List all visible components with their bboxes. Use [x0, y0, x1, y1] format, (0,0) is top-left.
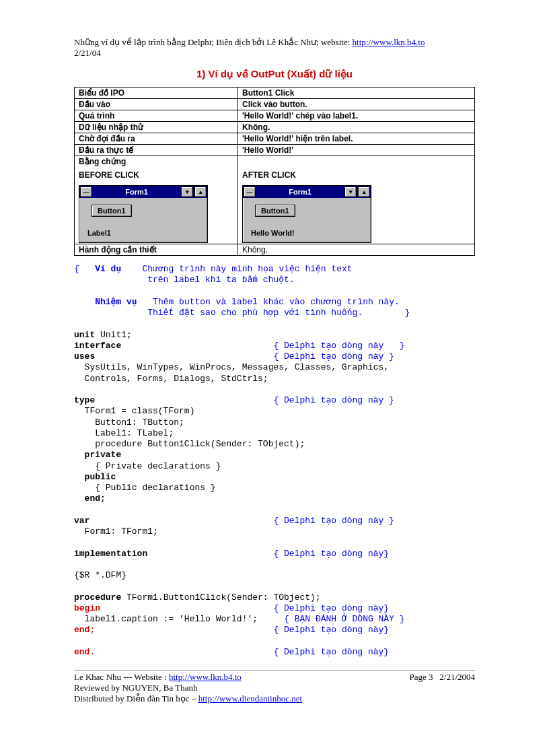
minimize-icon[interactable]: ▾	[344, 186, 357, 197]
code-keyword: interface	[74, 341, 121, 351]
maximize-icon[interactable]: ▴	[358, 186, 370, 197]
maximize-icon[interactable]: ▴	[194, 186, 207, 197]
code-text: TForm1.Button1Click(Sender: TObject);	[121, 592, 320, 603]
evidence-cell-right: AFTER CLICK — Form1 ▾ ▴ Button1 Hello Wo…	[238, 156, 475, 244]
code-text: { Private declarations }	[74, 461, 221, 471]
ipo-right: 'Hello World!'	[238, 145, 475, 156]
code-comment: { Delphi tạo dòng này }	[273, 516, 394, 526]
code-comment: { Delphi tạo dòng này }	[273, 341, 404, 351]
ipo-left: Biểu đồ IPO	[75, 88, 238, 99]
page-number: Page 3	[409, 672, 433, 682]
action-right: Không.	[238, 244, 475, 256]
table-row: Dữ liệu nhập thửKhông.	[75, 122, 475, 133]
code-text: procedure Button1Click(Sender: TObject);	[74, 439, 305, 449]
code-keyword: private	[74, 450, 121, 460]
before-title: BEFORE CLICK	[79, 170, 233, 180]
window-before: — Form1 ▾ ▴ Button1 Label1	[79, 185, 208, 243]
window-body: Button1 Label1	[79, 198, 207, 242]
label-after: Hello World!	[251, 229, 363, 237]
code-comment: { Delphi tạo dòng này}	[273, 603, 389, 613]
code-block: { Ví dụ Chương trình này minh họa việc h…	[74, 264, 475, 658]
code-comment: { Delphi tạo dòng này}	[273, 647, 389, 657]
ipo-table: Biểu đồ IPOButton1 Click Đầu vàoClick và…	[74, 87, 475, 256]
action-left: Hành động cần thiết	[75, 244, 238, 256]
table-row: Chờ đợi đầu ra'Hello World!' hiện trên l…	[75, 133, 475, 145]
header-text: Những ví dụ về lập trình bằng Delphi; Bi…	[74, 37, 353, 47]
label-before: Label1	[87, 229, 199, 237]
code-keyword: procedure	[74, 592, 121, 603]
evidence-label: Bằng chứng	[79, 157, 233, 166]
ipo-left: Quá trình	[75, 110, 238, 122]
window-after: — Form1 ▾ ▴ Button1 Hello World!	[242, 185, 371, 243]
table-row: Đầu vàoClick vào button.	[75, 99, 475, 110]
doc-header: Những ví dụ về lập trình bằng Delphi; Bi…	[74, 37, 475, 48]
after-title: AFTER CLICK	[242, 170, 470, 180]
code-text: { Public declarations }	[74, 483, 216, 493]
ipo-right: 'Hello World!' hiện trên label.	[238, 133, 475, 145]
code-text: label1.caption := 'Hello World!';	[74, 614, 258, 624]
code-keyword: type	[74, 395, 95, 405]
code-text: Unit1;	[95, 330, 132, 340]
ipo-right: Button1 Click	[238, 88, 475, 99]
code-comment-bold: Nhiệm vụ	[95, 297, 137, 307]
code-text: {$R *.DFM}	[74, 570, 126, 580]
window-title: Form1	[93, 188, 180, 196]
code-comment: { BẠN ĐÁNH Ở DÒNG NÀY }	[284, 614, 404, 624]
code-comment	[74, 297, 95, 307]
ipo-right: Click vào button.	[238, 99, 475, 110]
code-text: Controls, Forms, Dialogs, StdCtrls;	[74, 374, 268, 384]
code-text: Label1: TLabel;	[74, 428, 174, 438]
header-link[interactable]: http://www.lkn.b4.to	[353, 37, 425, 47]
footer-link-1[interactable]: http://www.lkn.b4.to	[169, 672, 242, 682]
code-keyword: public	[74, 472, 116, 482]
doc-date: 2/21/04	[74, 48, 475, 59]
ipo-left: Dữ liệu nhập thử	[75, 122, 238, 133]
code-text: Button1: TButton;	[74, 417, 184, 427]
code-keyword: uses	[74, 351, 95, 362]
footer-author: Le Khac Nhu --- Website :	[74, 672, 169, 682]
code-comment: { Delphi tạo dòng này}	[273, 625, 389, 635]
window-title: Form1	[256, 188, 344, 196]
code-comment-bold: Ví dụ	[95, 264, 121, 274]
footer-dist: Distributed by Diễn đàn Tin học –	[74, 693, 198, 703]
window-body: Button1 Hello World!	[243, 198, 371, 242]
button1[interactable]: Button1	[255, 205, 295, 217]
minimize-icon[interactable]: ▾	[181, 186, 193, 197]
ipo-left: Chờ đợi đầu ra	[75, 133, 238, 145]
code-keyword-red: end	[74, 625, 89, 635]
code-keyword-red: end	[74, 647, 89, 657]
footer-reviewer: Reviewed by NGUYEN, Ba Thanh	[74, 683, 475, 693]
table-row: Quá trình'Hello World!' chép vào label1.	[75, 110, 475, 122]
code-comment: Thêm button và label khác vào chương trì…	[137, 297, 400, 307]
code-keyword: end;	[74, 493, 106, 504]
code-text: SysUtils, WinTypes, WinProcs, Messages, …	[74, 362, 389, 372]
code-keyword: var	[74, 516, 89, 526]
ipo-left: Đầu vào	[75, 99, 238, 110]
code-comment: { Delphi tạo dòng này }	[273, 395, 394, 405]
code-comment: trên label khi ta bấm chuột.	[74, 275, 295, 285]
evidence-row: Bằng chứng BEFORE CLICK — Form1 ▾ ▴ Butt…	[75, 156, 475, 244]
code-text: Form1: TForm1;	[74, 526, 158, 537]
code-comment: Thiết đặt sao cho phù hợp với tình huống…	[74, 308, 410, 318]
code-text-red: ;	[89, 625, 95, 635]
code-text-red: .	[89, 647, 95, 657]
page-title: 1) Ví dụ về OutPut (Xuất) dữ liệu	[74, 68, 475, 80]
footer: Le Khac Nhu --- Website : http://www.lkn…	[74, 670, 475, 704]
code-comment: { Delphi tạo dòng này}	[273, 549, 389, 559]
ipo-left: Đầu ra thực tế	[75, 145, 238, 156]
table-row: Đầu ra thực tế'Hello World!'	[75, 145, 475, 156]
sysmenu-icon[interactable]: —	[80, 186, 92, 197]
code-comment: {	[74, 264, 95, 274]
table-row: Hành động cần thiếtKhông.	[75, 244, 475, 256]
button1[interactable]: Button1	[92, 205, 132, 217]
ipo-right: Không.	[238, 122, 475, 133]
ipo-right: 'Hello World!' chép vào label1.	[238, 110, 475, 122]
footer-link-2[interactable]: http://www.diendantinhoc.net	[198, 693, 302, 703]
code-keyword: implementation	[74, 549, 147, 559]
sysmenu-icon[interactable]: —	[244, 186, 256, 197]
titlebar: — Form1 ▾ ▴	[243, 186, 371, 198]
table-row: Biểu đồ IPOButton1 Click	[75, 88, 475, 99]
code-keyword-red: begin	[74, 603, 100, 613]
code-keyword: unit	[74, 330, 95, 340]
code-text: TForm1 = class(TForm)	[74, 406, 194, 416]
